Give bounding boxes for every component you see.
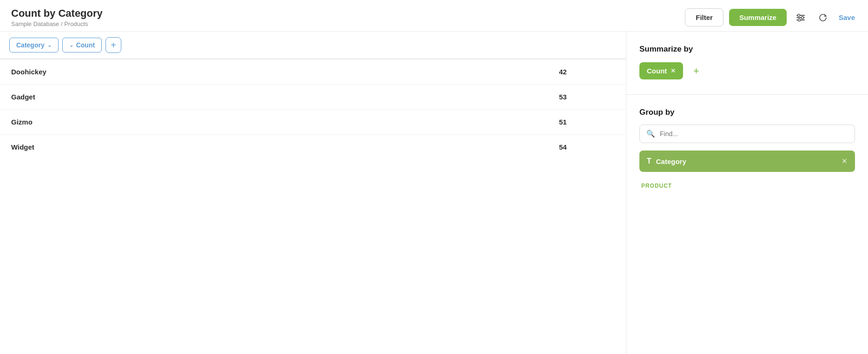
breadcrumb: Sample Database / Products <box>11 20 103 27</box>
product-section-label: PRODUCT <box>641 183 672 189</box>
breadcrumb-table: Products <box>64 20 88 27</box>
count-column-button[interactable]: ⌄ Count <box>62 38 102 52</box>
cell-category-0: Doohickey <box>11 68 559 76</box>
summarize-panel: Summarize by Count ✕ + Group by 🔍 <box>626 32 868 354</box>
header-left: Count by Category Sample Database / Prod… <box>11 7 103 27</box>
add-metric-button[interactable]: + <box>689 64 704 79</box>
breadcrumb-db: Sample Database <box>11 20 59 27</box>
save-button[interactable]: Save <box>837 10 857 25</box>
table-row: Doohickey 42 <box>0 59 626 85</box>
count-pill[interactable]: Count ✕ <box>639 62 683 79</box>
summarize-button[interactable]: Summarize <box>729 9 787 26</box>
search-icon: 🔍 <box>646 130 655 138</box>
product-label-section: PRODUCT <box>639 177 855 193</box>
app-container: Count by Category Sample Database / Prod… <box>0 0 868 354</box>
group-by-section: Group by 🔍 T Category ✕ PRODUCT <box>639 108 855 193</box>
svg-point-3 <box>797 14 800 16</box>
summarize-by-title: Summarize by <box>639 45 855 54</box>
header-right: Filter Summarize Save <box>685 8 857 26</box>
category-group-pill[interactable]: T Category ✕ <box>639 151 855 172</box>
svg-point-4 <box>801 16 803 19</box>
category-pill-close-icon[interactable]: ✕ <box>842 157 848 165</box>
summarize-by-section: Summarize by Count ✕ + <box>639 45 855 79</box>
header: Count by Category Sample Database / Prod… <box>0 0 868 32</box>
cell-category-1: Gadget <box>11 93 559 101</box>
table-row: Gadget 53 <box>0 85 626 110</box>
text-type-icon: T <box>647 157 651 165</box>
category-chevron-icon: ⌄ <box>47 42 52 48</box>
settings-icon-button[interactable] <box>792 9 809 26</box>
group-by-search-box[interactable]: 🔍 <box>639 125 855 143</box>
cell-count-1: 53 <box>559 93 615 101</box>
category-col-label: Category <box>16 41 45 49</box>
cell-count-0: 42 <box>559 68 615 76</box>
cell-category-3: Widget <box>11 143 559 151</box>
add-column-button[interactable]: + <box>105 37 121 53</box>
main-area: Category ⌄ ⌄ Count + Doohickey 42 Gadg <box>0 32 868 354</box>
count-pill-label: Count <box>647 67 667 75</box>
count-chevron-icon: ⌄ <box>69 42 73 48</box>
cell-category-2: Gizmo <box>11 118 559 126</box>
filter-button[interactable]: Filter <box>685 8 723 26</box>
refresh-icon-button[interactable] <box>815 9 831 26</box>
count-col-label: Count <box>76 41 95 49</box>
summarize-by-row: Count ✕ + <box>639 62 855 79</box>
svg-point-5 <box>798 19 800 21</box>
cell-count-3: 54 <box>559 143 615 151</box>
table-row: Gizmo 51 <box>0 110 626 135</box>
table-body: Doohickey 42 Gadget 53 Gizmo 51 Widget 5… <box>0 59 626 354</box>
refresh-icon <box>818 13 828 22</box>
category-column-button[interactable]: Category ⌄ <box>9 38 59 52</box>
table-row: Widget 54 <box>0 135 626 159</box>
group-by-title: Group by <box>639 108 855 117</box>
category-pill-label: Category <box>656 157 837 165</box>
settings-icon <box>796 13 805 22</box>
count-pill-close-icon[interactable]: ✕ <box>671 67 676 74</box>
data-panel: Category ⌄ ⌄ Count + Doohickey 42 Gadg <box>0 32 626 354</box>
group-by-search-input[interactable] <box>660 130 848 138</box>
page-title: Count by Category <box>11 7 103 20</box>
cell-count-2: 51 <box>559 118 615 126</box>
section-divider <box>626 94 868 95</box>
column-headers: Category ⌄ ⌄ Count + <box>0 32 626 59</box>
